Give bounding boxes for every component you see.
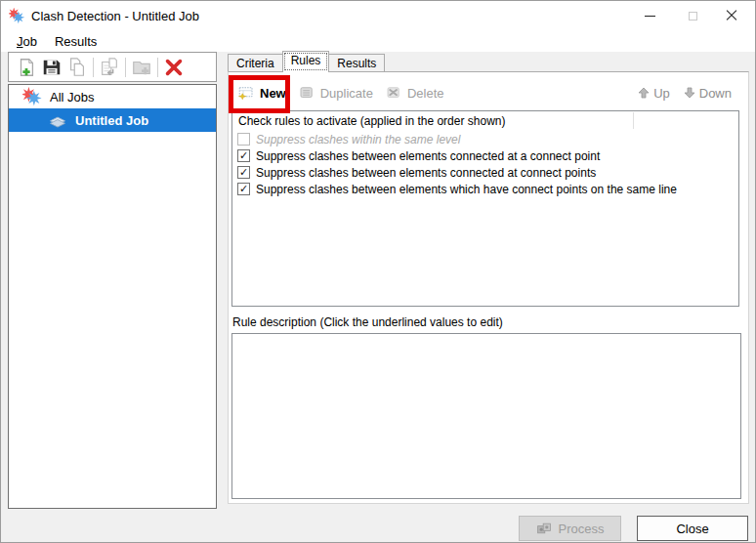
toolbar-separator (125, 58, 126, 77)
rule-item-label: Suppress clashes between elements connec… (256, 166, 596, 180)
rules-list-items: Suppress clashes within the same level✓S… (232, 131, 738, 197)
process-label: Process (559, 522, 605, 536)
minimize-icon (645, 16, 655, 17)
delete-rule-icon (385, 84, 402, 102)
process-icon (536, 521, 552, 536)
rules-toolbar: New Duplicate Delete (231, 79, 745, 106)
new-rule-icon (237, 84, 255, 102)
rule-reorder-controls: Up Down (638, 86, 745, 101)
rule-item-label: Suppress clashes between elements which … (256, 183, 677, 196)
tab-rules[interactable]: Rules (282, 51, 330, 72)
duplicate-rule-button[interactable]: Duplicate (292, 80, 379, 105)
window-title: Clash Detection - Untitled Job (31, 9, 199, 23)
close-dialog-button[interactable]: Close (637, 516, 748, 541)
title-bar: Clash Detection - Untitled Job (1, 1, 755, 30)
down-button[interactable]: Down (699, 86, 732, 101)
tree-item-untitled-job[interactable]: Untitled Job (9, 108, 216, 132)
rule-item[interactable]: ✓Suppress clashes between elements conne… (232, 164, 738, 181)
tree-item-all-jobs[interactable]: All Jobs (9, 85, 216, 108)
close-icon (726, 10, 737, 21)
tab-criteria[interactable]: Criteria (228, 54, 283, 72)
copy-icon[interactable] (64, 56, 90, 79)
checkbox-checked-icon[interactable]: ✓ (237, 166, 250, 179)
maximize-icon (689, 12, 697, 21)
new-rule-label: New (260, 86, 286, 101)
job-layers-icon (48, 110, 67, 130)
clash-detection-dialog: Clash Detection - Untitled Job Job Resul… (0, 0, 756, 543)
down-icon[interactable] (684, 87, 695, 99)
delete-job-icon[interactable] (161, 56, 187, 79)
add-folder-icon[interactable] (129, 56, 154, 79)
checkbox-checked-icon[interactable]: ✓ (237, 183, 250, 195)
up-button[interactable]: Up (653, 86, 670, 101)
jobs-tree: All Jobs Untitled Job (8, 84, 217, 509)
toolbar-separator (93, 58, 94, 77)
paste-job-icon[interactable] (97, 56, 122, 79)
jobs-toolbar (8, 52, 217, 82)
rule-item-label: Suppress clashes between elements connec… (256, 149, 600, 163)
minimize-button[interactable] (630, 1, 669, 30)
save-icon[interactable] (39, 56, 64, 79)
menu-bar: Job Results (1, 30, 755, 52)
tab-results[interactable]: Results (328, 54, 385, 72)
rules-list-header: Check rules to activate (applied in the … (232, 111, 738, 131)
rule-item[interactable]: ✓Suppress clashes between elements conne… (232, 147, 738, 164)
rule-item-label: Suppress clashes within the same level (256, 133, 460, 146)
rule-item[interactable]: Suppress clashes within the same level (232, 131, 738, 147)
menu-job[interactable]: Job (8, 31, 46, 52)
rule-description-label: Rule description (Click the underlined v… (232, 315, 503, 329)
delete-rule-label: Delete (407, 86, 444, 101)
duplicate-rule-label: Duplicate (320, 86, 373, 101)
new-rule-button[interactable]: New (231, 80, 292, 105)
checkbox-unchecked-icon[interactable] (237, 133, 250, 146)
close-label: Close (676, 522, 708, 536)
rule-description-box[interactable] (231, 333, 741, 499)
close-button[interactable] (712, 1, 751, 30)
maximize-button[interactable] (673, 1, 712, 30)
clash-jobs-icon (22, 87, 42, 106)
rule-item[interactable]: ✓Suppress clashes between elements which… (232, 181, 738, 197)
checkbox-checked-icon[interactable]: ✓ (237, 149, 250, 162)
tab-strip: Criteria Rules Results (228, 53, 384, 72)
tree-item-label: All Jobs (50, 90, 95, 104)
tree-item-label: Untitled Job (75, 113, 148, 128)
app-clash-icon (9, 8, 25, 24)
delete-rule-button[interactable]: Delete (379, 80, 450, 105)
duplicate-rule-icon (298, 84, 315, 102)
column-divider (633, 112, 634, 129)
up-icon[interactable] (638, 87, 650, 99)
new-job-icon[interactable] (14, 56, 39, 79)
rules-list: Check rules to activate (applied in the … (231, 110, 739, 307)
toolbar-separator (157, 58, 158, 77)
menu-results[interactable]: Results (46, 31, 105, 52)
process-button[interactable]: Process (519, 516, 621, 541)
